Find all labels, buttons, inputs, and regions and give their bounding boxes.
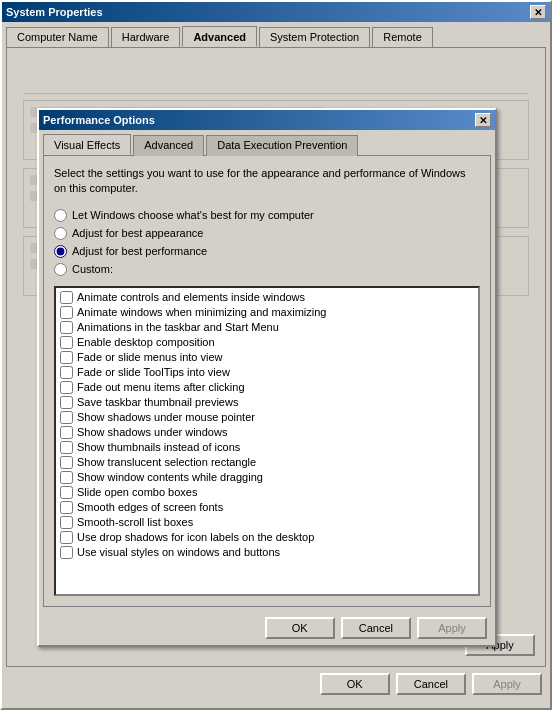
- system-props-tabs: Computer Name Hardware Advanced System P…: [2, 22, 550, 47]
- sys-apply-button[interactable]: Apply: [472, 673, 542, 695]
- tab-system-protection[interactable]: System Protection: [259, 27, 370, 48]
- checkbox-fade-slide-menus[interactable]: Fade or slide menus into view: [58, 350, 476, 365]
- tab-advanced[interactable]: Advanced: [182, 26, 257, 47]
- radio-let-windows-input[interactable]: [54, 209, 67, 222]
- checkbox-show-window-contents-input[interactable]: [60, 471, 73, 484]
- checkbox-animate-windows-input[interactable]: [60, 306, 73, 319]
- checkbox-animate-controls[interactable]: Animate controls and elements inside win…: [58, 290, 476, 305]
- tab-hardware[interactable]: Hardware: [111, 27, 181, 48]
- performance-dialog-close-button[interactable]: ✕: [475, 113, 491, 127]
- system-props-close-button[interactable]: ✕: [530, 5, 546, 19]
- performance-dialog-content: Select the settings you want to use for …: [43, 155, 491, 607]
- perf-tab-visual-effects[interactable]: Visual Effects: [43, 134, 131, 155]
- radio-best-performance[interactable]: Adjust for best performance: [54, 245, 480, 258]
- checkbox-show-shadows-mouse[interactable]: Show shadows under mouse pointer: [58, 410, 476, 425]
- checkbox-enable-desktop-comp[interactable]: Enable desktop composition: [58, 335, 476, 350]
- perf-ok-button[interactable]: OK: [265, 617, 335, 639]
- checkbox-enable-desktop-comp-input[interactable]: [60, 336, 73, 349]
- performance-dialog-title-bar: Performance Options ✕: [39, 110, 495, 130]
- perf-cancel-button[interactable]: Cancel: [341, 617, 411, 639]
- checkbox-drop-shadows-icons-input[interactable]: [60, 531, 73, 544]
- performance-radio-group: Let Windows choose what's best for my co…: [54, 209, 480, 276]
- checkbox-animations-taskbar[interactable]: Animations in the taskbar and Start Menu: [58, 320, 476, 335]
- system-properties-window: System Properties ✕ Computer Name Hardwa…: [0, 0, 552, 710]
- checkbox-slide-combo[interactable]: Slide open combo boxes: [58, 485, 476, 500]
- performance-dialog-buttons: OK Cancel Apply: [39, 611, 495, 645]
- checkbox-save-taskbar-thumbnails[interactable]: Save taskbar thumbnail previews: [58, 395, 476, 410]
- checkbox-show-translucent[interactable]: Show translucent selection rectangle: [58, 455, 476, 470]
- checkbox-fade-out-menus[interactable]: Fade out menu items after clicking: [58, 380, 476, 395]
- checkbox-show-thumbnails[interactable]: Show thumbnails instead of icons: [58, 440, 476, 455]
- performance-dialog-title: Performance Options: [43, 114, 155, 126]
- checkbox-smooth-edges-input[interactable]: [60, 501, 73, 514]
- radio-let-windows[interactable]: Let Windows choose what's best for my co…: [54, 209, 480, 222]
- system-props-bottom-buttons: OK Cancel Apply: [2, 667, 550, 701]
- visual-effects-list[interactable]: Animate controls and elements inside win…: [54, 286, 480, 596]
- perf-tab-dep[interactable]: Data Execution Prevention: [206, 135, 358, 156]
- checkbox-show-shadows-mouse-input[interactable]: [60, 411, 73, 424]
- checkbox-fade-slide-tooltips-input[interactable]: [60, 366, 73, 379]
- checkbox-smooth-edges[interactable]: Smooth edges of screen fonts: [58, 500, 476, 515]
- checkbox-slide-combo-input[interactable]: [60, 486, 73, 499]
- radio-custom-input[interactable]: [54, 263, 67, 276]
- performance-description: Select the settings you want to use for …: [54, 166, 480, 197]
- checkbox-save-taskbar-thumbnails-input[interactable]: [60, 396, 73, 409]
- radio-best-appearance[interactable]: Adjust for best appearance: [54, 227, 480, 240]
- checkbox-fade-slide-menus-input[interactable]: [60, 351, 73, 364]
- system-props-title: System Properties: [6, 6, 103, 18]
- system-props-title-bar: System Properties ✕: [2, 2, 550, 22]
- sys-cancel-button[interactable]: Cancel: [396, 673, 466, 695]
- system-props-tab-content: Apply Performance Options ✕ Visual Effec…: [6, 47, 546, 667]
- perf-apply-button[interactable]: Apply: [417, 617, 487, 639]
- checkbox-animate-windows[interactable]: Animate windows when minimizing and maxi…: [58, 305, 476, 320]
- tab-remote[interactable]: Remote: [372, 27, 433, 48]
- checkbox-visual-styles[interactable]: Use visual styles on windows and buttons: [58, 545, 476, 560]
- performance-dialog-tabs: Visual Effects Advanced Data Execution P…: [39, 130, 495, 155]
- sys-ok-button[interactable]: OK: [320, 673, 390, 695]
- checkbox-show-translucent-input[interactable]: [60, 456, 73, 469]
- checkbox-visual-styles-input[interactable]: [60, 546, 73, 559]
- perf-tab-advanced[interactable]: Advanced: [133, 135, 204, 156]
- checkbox-fade-slide-tooltips[interactable]: Fade or slide ToolTips into view: [58, 365, 476, 380]
- checkbox-show-window-contents[interactable]: Show window contents while dragging: [58, 470, 476, 485]
- tab-computer-name[interactable]: Computer Name: [6, 27, 109, 48]
- radio-best-appearance-input[interactable]: [54, 227, 67, 240]
- checkbox-drop-shadows-icons[interactable]: Use drop shadows for icon labels on the …: [58, 530, 476, 545]
- performance-options-dialog: Performance Options ✕ Visual Effects Adv…: [37, 108, 497, 647]
- checkbox-fade-out-menus-input[interactable]: [60, 381, 73, 394]
- checkbox-smooth-scroll[interactable]: Smooth-scroll list boxes: [58, 515, 476, 530]
- checkbox-animate-controls-input[interactable]: [60, 291, 73, 304]
- checkbox-show-shadows-windows-input[interactable]: [60, 426, 73, 439]
- checkbox-animations-taskbar-input[interactable]: [60, 321, 73, 334]
- radio-custom[interactable]: Custom:: [54, 263, 480, 276]
- checkbox-show-thumbnails-input[interactable]: [60, 441, 73, 454]
- checkbox-smooth-scroll-input[interactable]: [60, 516, 73, 529]
- radio-best-performance-input[interactable]: [54, 245, 67, 258]
- checkbox-show-shadows-windows[interactable]: Show shadows under windows: [58, 425, 476, 440]
